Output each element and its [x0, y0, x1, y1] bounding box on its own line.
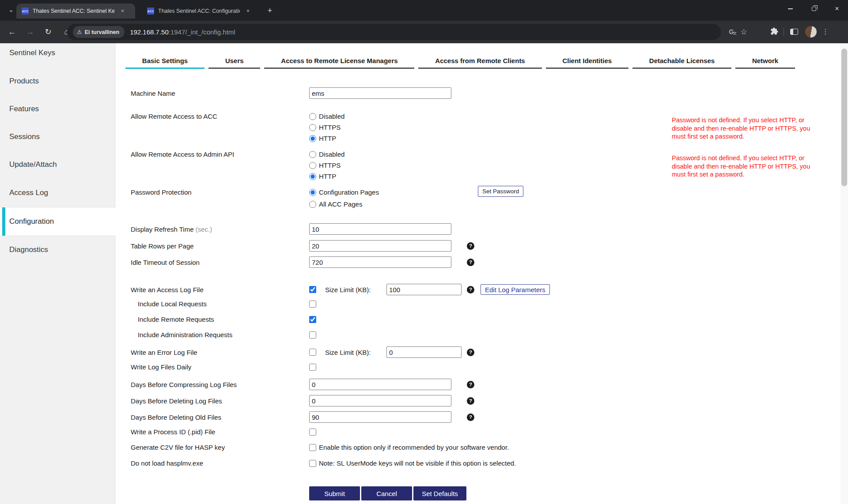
- radio-input[interactable]: [309, 173, 316, 180]
- radio-label: Configuration Pages: [319, 188, 379, 196]
- tab-close-icon[interactable]: ×: [119, 8, 126, 15]
- radio-option-disabled[interactable]: Disabled: [309, 149, 344, 160]
- set-defaults-button[interactable]: Set Defaults: [413, 486, 466, 500]
- days-deleting-log-input[interactable]: [309, 395, 451, 406]
- browser-menu-icon[interactable]: ⋮: [820, 28, 831, 36]
- radio-option-configuration-pages[interactable]: Configuration Pages: [309, 186, 379, 198]
- radio-option-all-acc-pages[interactable]: All ACC Pages: [309, 198, 379, 210]
- c2v-label: Generate C2V file for HASP key: [131, 444, 309, 451]
- site-security-chip[interactable]: ⚠ Ei turvallinen: [73, 26, 125, 38]
- radio-input[interactable]: [309, 113, 316, 120]
- window-minimize-button[interactable]: [780, 0, 800, 18]
- help-icon[interactable]: ?: [467, 259, 474, 266]
- table-rows-input[interactable]: [309, 240, 451, 252]
- window-restore-button[interactable]: [804, 0, 824, 18]
- days-deleting-old-input[interactable]: [309, 411, 451, 423]
- tab-close-icon[interactable]: ×: [244, 8, 252, 15]
- acc-access-label: Allow Remote Access to ACC: [131, 111, 309, 122]
- pid-file-checkbox[interactable]: [309, 429, 316, 436]
- include-local-checkbox[interactable]: [309, 301, 316, 308]
- browser-tab-configuration[interactable]: ACC Thales Sentinel ACC: Configuration ×: [142, 4, 257, 19]
- help-icon[interactable]: ?: [467, 414, 474, 421]
- access-log-size-input[interactable]: [386, 284, 462, 295]
- address-bar[interactable]: ⚠ Ei turvallinen 192.168.7.50:1947/_int_…: [67, 24, 721, 40]
- help-icon[interactable]: ?: [467, 381, 474, 388]
- side-panel-icon[interactable]: [790, 29, 798, 35]
- radio-option-http[interactable]: HTTP: [309, 171, 344, 182]
- browser-toolbar: ← → ↻ ⌂ ⚠ Ei turvallinen 192.168.7.50:19…: [0, 21, 848, 43]
- tab-detachable-licenses[interactable]: Detachable Licenses: [632, 55, 731, 69]
- display-refresh-input[interactable]: [309, 223, 451, 235]
- window-close-button[interactable]: ×: [827, 0, 847, 18]
- days-compressing-row: Days Before Compressing Log Files ?: [131, 379, 820, 390]
- include-admin-checkbox[interactable]: [309, 331, 316, 339]
- back-icon[interactable]: ←: [5, 26, 19, 39]
- sidebar-item-configuration[interactable]: Configuration: [0, 207, 115, 236]
- bookmark-star-icon[interactable]: ☆: [737, 27, 750, 37]
- sidebar-item-sentinel-keys[interactable]: Sentinel Keys: [9, 49, 55, 57]
- radio-option-disabled[interactable]: Disabled: [309, 111, 344, 122]
- radio-input[interactable]: [309, 189, 316, 196]
- sidebar-item-products[interactable]: Products: [9, 77, 39, 86]
- radio-label: All ACC Pages: [319, 200, 362, 208]
- machine-name-input[interactable]: [309, 87, 451, 99]
- idle-timeout-row: Idle Timeout of Session ?: [131, 256, 820, 268]
- radio-option-https[interactable]: HTTPS: [309, 160, 344, 171]
- help-icon[interactable]: ?: [467, 397, 474, 405]
- profile-avatar[interactable]: [805, 26, 817, 38]
- browser-tab-sentinel-keys[interactable]: ACC Thales Sentinel ACC: Sentinel Keys ×: [16, 4, 135, 19]
- include-remote-checkbox[interactable]: [309, 316, 316, 323]
- cancel-button[interactable]: Cancel: [361, 486, 412, 500]
- submit-button[interactable]: Submit: [309, 486, 360, 500]
- page-scrollbar[interactable]: [840, 43, 848, 504]
- access-log-checkbox[interactable]: [309, 286, 316, 293]
- radio-option-http[interactable]: HTTP: [309, 133, 344, 144]
- radio-label: HTTP: [319, 173, 336, 180]
- c2v-note: Enable this option only if recommended b…: [319, 444, 509, 451]
- new-tab-button[interactable]: +: [264, 5, 276, 17]
- tab-network[interactable]: Network: [735, 55, 795, 69]
- help-icon[interactable]: ?: [467, 349, 474, 356]
- extensions-icon[interactable]: [768, 27, 781, 37]
- tab-search-chevron-icon[interactable]: ⌄: [6, 5, 16, 15]
- tab-basic-settings[interactable]: Basic Settings: [125, 55, 204, 69]
- reload-icon[interactable]: ↻: [42, 26, 55, 39]
- error-log-size-input[interactable]: [386, 346, 462, 358]
- days-deleting-log-label: Days Before Deleting Log Files: [131, 397, 309, 405]
- hasplm-checkbox[interactable]: [309, 460, 316, 467]
- radio-input[interactable]: [309, 124, 316, 131]
- log-daily-checkbox[interactable]: [309, 364, 316, 371]
- help-icon[interactable]: ?: [467, 286, 474, 293]
- radio-option-https[interactable]: HTTPS: [309, 122, 344, 133]
- radio-input[interactable]: [309, 162, 316, 169]
- translate-icon[interactable]: G文: [726, 28, 737, 35]
- sidebar-item-sessions[interactable]: Sessions: [9, 132, 40, 141]
- configuration-tab-bar: Basic Settings Users Access to Remote Li…: [125, 55, 795, 69]
- tab-users[interactable]: Users: [208, 55, 260, 69]
- set-password-button[interactable]: Set Password: [478, 186, 523, 197]
- days-compressing-input[interactable]: [309, 379, 451, 390]
- acc-page: Sentinel Keys Products Features Sessions…: [0, 43, 848, 504]
- scrollbar-thumb[interactable]: [841, 49, 847, 186]
- radio-input[interactable]: [309, 151, 316, 158]
- sidebar-item-diagnostics[interactable]: Diagnostics: [9, 245, 48, 254]
- tab-access-from-remote-clients[interactable]: Access from Remote Clients: [418, 55, 541, 69]
- edit-log-parameters-button[interactable]: Edit Log Parameters: [481, 284, 550, 295]
- sidebar-item-features[interactable]: Features: [9, 105, 39, 113]
- sidebar-item-update-attach[interactable]: Update/Attach: [9, 160, 57, 169]
- days-deleting-old-label: Days Before Deleting Old Files: [131, 414, 309, 421]
- idle-timeout-input[interactable]: [309, 256, 451, 268]
- radio-input[interactable]: [309, 135, 316, 142]
- tab-client-identities[interactable]: Client Identities: [546, 55, 628, 69]
- access-log-row: Write an Access Log File Size Limit (KB)…: [131, 284, 820, 295]
- radio-label: Disabled: [319, 113, 344, 120]
- radio-input[interactable]: [309, 201, 316, 208]
- error-log-checkbox[interactable]: [309, 349, 316, 356]
- sidebar-item-access-log[interactable]: Access Log: [9, 188, 48, 197]
- include-remote-row: Include Remote Requests: [131, 316, 820, 323]
- tab-access-to-remote-license-managers[interactable]: Access to Remote License Managers: [264, 55, 414, 69]
- c2v-row: Generate C2V file for HASP key Enable th…: [131, 444, 820, 451]
- help-icon[interactable]: ?: [467, 242, 474, 250]
- c2v-checkbox[interactable]: [309, 444, 316, 451]
- include-local-label: Include Local Requests: [131, 300, 309, 308]
